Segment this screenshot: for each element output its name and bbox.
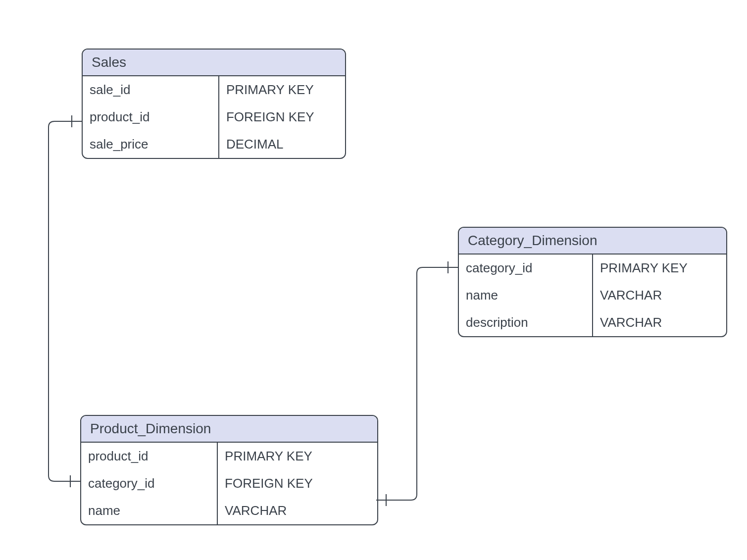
entity-category: Category_Dimension category_id name desc… xyxy=(458,227,727,337)
field-type: VARCHAR xyxy=(593,309,726,336)
field-name: sale_price xyxy=(83,131,218,158)
entity-sales-title: Sales xyxy=(83,50,345,76)
field-type: PRIMARY KEY xyxy=(593,255,726,282)
entity-sales-body: sale_id product_id sale_price PRIMARY KE… xyxy=(83,76,345,158)
field-name: description xyxy=(459,309,592,336)
field-name: sale_id xyxy=(83,76,218,103)
field-name: name xyxy=(459,282,592,309)
field-type: PRIMARY KEY xyxy=(219,76,345,103)
field-type: DECIMAL xyxy=(219,131,345,158)
field-type: PRIMARY KEY xyxy=(218,443,377,470)
field-name: product_id xyxy=(83,103,218,131)
field-type: FOREIGN KEY xyxy=(218,470,377,497)
entity-product-title: Product_Dimension xyxy=(81,416,377,443)
field-name: category_id xyxy=(459,255,592,282)
entity-product-body: product_id category_id name PRIMARY KEY … xyxy=(81,443,377,524)
field-type: FOREIGN KEY xyxy=(219,103,345,131)
field-name: category_id xyxy=(81,470,217,497)
field-name: name xyxy=(81,497,217,524)
field-type: VARCHAR xyxy=(218,497,377,524)
field-name: product_id xyxy=(81,443,217,470)
entity-product: Product_Dimension product_id category_id… xyxy=(80,415,378,525)
entity-sales: Sales sale_id product_id sale_price PRIM… xyxy=(82,49,346,159)
entity-category-title: Category_Dimension xyxy=(459,228,726,255)
field-type: VARCHAR xyxy=(593,282,726,309)
entity-category-body: category_id name description PRIMARY KEY… xyxy=(459,255,726,336)
